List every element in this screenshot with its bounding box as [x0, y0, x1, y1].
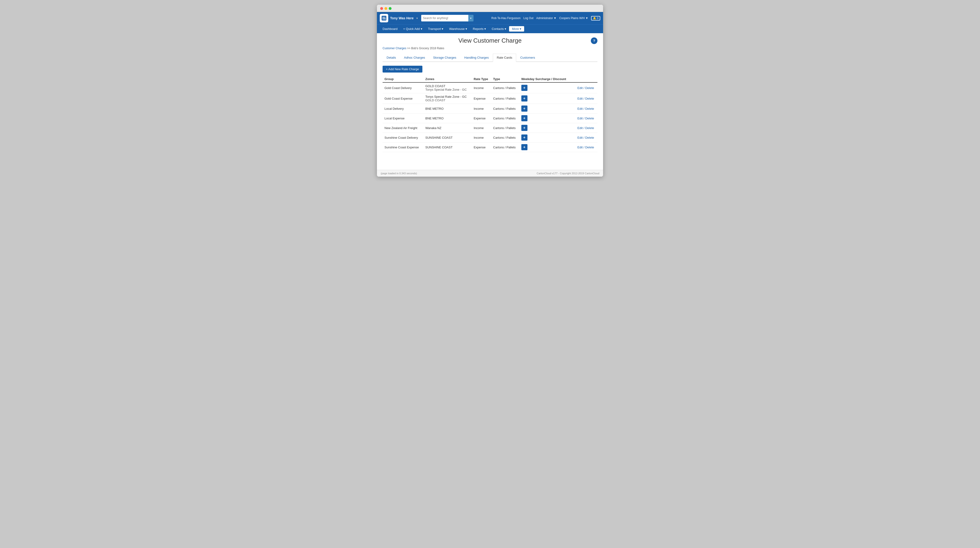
- cell-group: Gold Coast Expense: [383, 93, 423, 104]
- table-row: Gold Coast Delivery GOLD COASTTonys Spec…: [383, 83, 597, 93]
- cell-empty: [571, 113, 576, 123]
- cell-empty: [571, 143, 576, 152]
- help-icon[interactable]: ?: [591, 37, 597, 44]
- tabs: Details Adhoc Charges Storage Charges Ha…: [383, 54, 597, 62]
- add-surcharge-button[interactable]: +: [521, 95, 527, 102]
- cell-group: Local Expense: [383, 113, 423, 123]
- tab-customers[interactable]: Customers: [516, 54, 539, 62]
- edit-delete-link[interactable]: Edit / Delete: [578, 146, 594, 149]
- edit-delete-link[interactable]: Edit / Delete: [578, 126, 594, 130]
- admin-button[interactable]: Administrator ▼: [536, 16, 557, 20]
- edit-delete-link[interactable]: Edit / Delete: [578, 97, 594, 100]
- cell-edit-delete: Edit / Delete: [576, 104, 597, 113]
- tab-rate-cards[interactable]: Rate Cards: [493, 54, 516, 62]
- breadcrumb-link[interactable]: Customer Charges: [383, 47, 406, 50]
- table-row: Local Expense BNE METRO Expense Cartons …: [383, 113, 597, 123]
- add-surcharge-button[interactable]: +: [521, 144, 527, 150]
- cell-weekday-surcharge: +: [519, 133, 571, 143]
- col-edit-delete: [576, 76, 597, 83]
- table-row: Sunshine Coast Delivery SUNSHINE COAST I…: [383, 133, 597, 143]
- add-new-rate-charge-button[interactable]: + Add New Rate Charge: [383, 66, 422, 73]
- brand-logo[interactable]: Tony Was Here ▼: [380, 14, 418, 22]
- col-weekday-surcharge: Weekday Surcharge / Discount: [519, 76, 571, 83]
- close-dot[interactable]: [380, 7, 383, 10]
- cell-edit-delete: Edit / Delete: [576, 133, 597, 143]
- cell-edit-delete: Edit / Delete: [576, 123, 597, 133]
- cell-group: New Zealand Air Freight: [383, 123, 423, 133]
- cell-group: Sunshine Coast Expense: [383, 143, 423, 152]
- cell-zones: BNE METRO: [423, 104, 472, 113]
- cell-group: Sunshine Coast Delivery: [383, 133, 423, 143]
- nav-right: Rob Te-Hau Fergusson Log Out Administrat…: [492, 16, 600, 21]
- table-row: New Zealand Air Freight Wanaka NZ Income…: [383, 123, 597, 133]
- cell-empty: [571, 123, 576, 133]
- warehouse-button[interactable]: Coopers Plains W/H ▼: [559, 16, 588, 20]
- cell-zones: Wanaka NZ: [423, 123, 472, 133]
- cell-rate-type: Income: [472, 83, 492, 93]
- logo-icon: [380, 14, 388, 22]
- nav-reports[interactable]: Reports ▾: [470, 24, 489, 33]
- add-surcharge-button[interactable]: +: [521, 105, 527, 112]
- nav-quick-add[interactable]: + Quick Add ▾: [401, 24, 425, 33]
- table-row: Sunshine Coast Expense SUNSHINE COAST Ex…: [383, 143, 597, 152]
- cell-type: Cartons / Pallets: [491, 133, 519, 143]
- page-footer: (page loaded in 0.343 seconds) CartonClo…: [377, 170, 603, 176]
- load-time: (page loaded in 0.343 seconds): [381, 172, 417, 175]
- brand-dropdown-icon: ▼: [416, 17, 418, 19]
- cell-group: Local Delivery: [383, 104, 423, 113]
- edit-delete-link[interactable]: Edit / Delete: [578, 117, 594, 120]
- cell-rate-type: Expense: [472, 93, 492, 104]
- nav-contacts[interactable]: Contacts ▾: [489, 24, 509, 33]
- tab-adhoc-charges[interactable]: Adhoc Charges: [400, 54, 429, 62]
- add-surcharge-button[interactable]: +: [521, 115, 527, 121]
- cell-rate-type: Income: [472, 104, 492, 113]
- cell-empty: [571, 104, 576, 113]
- nav-warehouse[interactable]: Warehouse ▾: [446, 24, 470, 33]
- notif-count: 0: [597, 17, 598, 19]
- breadcrumb: Customer Charges >> Bob's Grocery 2018 R…: [383, 47, 597, 50]
- cell-type: Cartons / Pallets: [491, 93, 519, 104]
- add-surcharge-button[interactable]: +: [521, 125, 527, 131]
- main-nav: Dashboard + Quick Add ▾ Transport ▾ Ware…: [377, 24, 603, 33]
- rate-cards-table: Group Zones Rate Type Type Weekday Surch…: [383, 76, 597, 152]
- tab-storage-charges[interactable]: Storage Charges: [429, 54, 460, 62]
- cell-zones: SUNSHINE COAST: [423, 133, 472, 143]
- search-bar: ▼: [421, 15, 474, 21]
- cell-edit-delete: Edit / Delete: [576, 83, 597, 93]
- notification-badge[interactable]: 🔔 0: [591, 16, 600, 21]
- cell-rate-type: Expense: [472, 143, 492, 152]
- table-row: Gold Coast Expense Tonys Special Rate Zo…: [383, 93, 597, 104]
- maximize-dot[interactable]: [389, 7, 391, 10]
- user-name-link[interactable]: Rob Te-Hau Fergusson: [492, 16, 520, 20]
- edit-delete-link[interactable]: Edit / Delete: [578, 86, 594, 90]
- breadcrumb-current: Bob's Grocery 2018 Rates: [411, 47, 444, 50]
- col-type: Type: [491, 76, 519, 83]
- cell-empty: [571, 93, 576, 104]
- cell-weekday-surcharge: +: [519, 123, 571, 133]
- minimize-dot[interactable]: [385, 7, 387, 10]
- edit-delete-link[interactable]: Edit / Delete: [578, 107, 594, 110]
- nav-transport[interactable]: Transport ▾: [425, 24, 446, 33]
- col-group: Group: [383, 76, 423, 83]
- table-row: Local Delivery BNE METRO Income Cartons …: [383, 104, 597, 113]
- more-button[interactable]: More ▾: [509, 26, 524, 32]
- nav-dashboard[interactable]: Dashboard: [380, 24, 401, 33]
- cell-weekday-surcharge: +: [519, 113, 571, 123]
- cell-rate-type: Expense: [472, 113, 492, 123]
- col-zones: Zones: [423, 76, 472, 83]
- search-input[interactable]: [421, 15, 468, 21]
- tab-details[interactable]: Details: [383, 54, 400, 62]
- cell-zones: GOLD COASTTonys Special Rate Zone - GC: [423, 83, 472, 93]
- cell-type: Cartons / Pallets: [491, 83, 519, 93]
- logout-link[interactable]: Log Out: [523, 16, 534, 20]
- cell-zones: Tonys Special Rate Zone - GCGOLD COAST: [423, 93, 472, 104]
- add-surcharge-button[interactable]: +: [521, 135, 527, 141]
- cell-type: Cartons / Pallets: [491, 113, 519, 123]
- tab-handling-charges[interactable]: Handling Charges: [460, 54, 493, 62]
- edit-delete-link[interactable]: Edit / Delete: [578, 136, 594, 140]
- add-surcharge-button[interactable]: +: [521, 85, 527, 91]
- page-title: View Customer Charge: [389, 37, 591, 44]
- bell-icon: 🔔: [593, 17, 596, 20]
- col-rate-type: Rate Type: [472, 76, 492, 83]
- search-dropdown-button[interactable]: ▼: [468, 15, 474, 21]
